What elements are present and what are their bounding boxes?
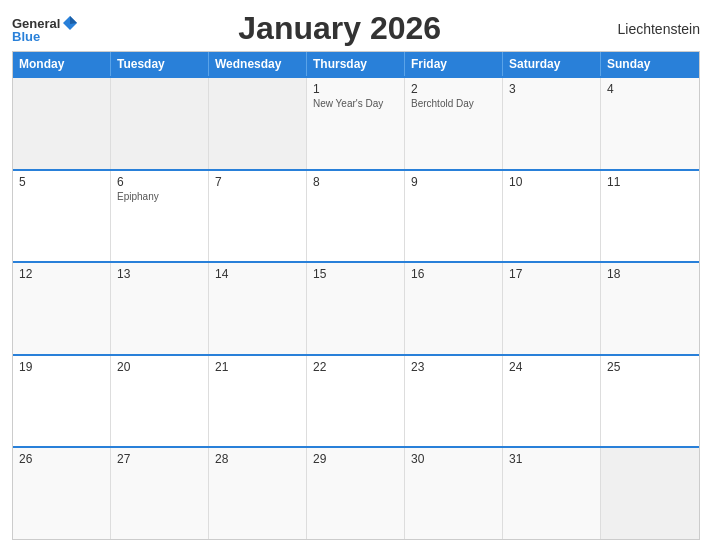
day-cell-2: 2Berchtold Day	[405, 78, 503, 169]
week-row-2: 56Epiphany7891011	[13, 169, 699, 262]
day-number: 3	[509, 82, 594, 96]
day-number: 2	[411, 82, 496, 96]
day-number: 25	[607, 360, 693, 374]
day-number: 8	[313, 175, 398, 189]
calendar-grid: MondayTuesdayWednesdayThursdayFridaySatu…	[12, 51, 700, 540]
day-number: 4	[607, 82, 693, 96]
day-cell-14: 14	[209, 263, 307, 354]
day-cell-10: 10	[503, 171, 601, 262]
day-number: 18	[607, 267, 693, 281]
day-number: 27	[117, 452, 202, 466]
day-number: 12	[19, 267, 104, 281]
day-cell-4: 4	[601, 78, 699, 169]
day-number: 6	[117, 175, 202, 189]
day-cell-11: 11	[601, 171, 699, 262]
day-number: 10	[509, 175, 594, 189]
week-row-1: 1New Year's Day2Berchtold Day34	[13, 76, 699, 169]
day-cell-20: 20	[111, 356, 209, 447]
day-number: 14	[215, 267, 300, 281]
day-cell-7: 7	[209, 171, 307, 262]
day-cell-3: 3	[503, 78, 601, 169]
day-cell-6: 6Epiphany	[111, 171, 209, 262]
week-row-5: 262728293031	[13, 446, 699, 539]
day-cell-27: 27	[111, 448, 209, 539]
holiday-label: Berchtold Day	[411, 98, 496, 109]
logo: General Blue	[12, 14, 79, 43]
day-cell-empty	[601, 448, 699, 539]
calendar-title: January 2026	[79, 10, 600, 47]
day-number: 31	[509, 452, 594, 466]
day-cell-empty	[13, 78, 111, 169]
header: General Blue January 2026 Liechtenstein	[12, 10, 700, 47]
day-number: 7	[215, 175, 300, 189]
holiday-label: Epiphany	[117, 191, 202, 202]
day-number: 9	[411, 175, 496, 189]
day-number: 30	[411, 452, 496, 466]
day-cell-29: 29	[307, 448, 405, 539]
day-cell-19: 19	[13, 356, 111, 447]
day-number: 19	[19, 360, 104, 374]
calendar-page: General Blue January 2026 Liechtenstein …	[0, 0, 712, 550]
day-header-saturday: Saturday	[503, 52, 601, 76]
day-cell-28: 28	[209, 448, 307, 539]
day-number: 5	[19, 175, 104, 189]
day-number: 15	[313, 267, 398, 281]
week-row-3: 12131415161718	[13, 261, 699, 354]
day-cell-5: 5	[13, 171, 111, 262]
day-cell-12: 12	[13, 263, 111, 354]
day-header-wednesday: Wednesday	[209, 52, 307, 76]
holiday-label: New Year's Day	[313, 98, 398, 109]
country-label: Liechtenstein	[600, 21, 700, 37]
day-cell-22: 22	[307, 356, 405, 447]
day-cell-16: 16	[405, 263, 503, 354]
day-header-tuesday: Tuesday	[111, 52, 209, 76]
day-cell-30: 30	[405, 448, 503, 539]
day-cell-18: 18	[601, 263, 699, 354]
day-number: 20	[117, 360, 202, 374]
day-cell-1: 1New Year's Day	[307, 78, 405, 169]
day-number: 24	[509, 360, 594, 374]
day-number: 22	[313, 360, 398, 374]
day-header-thursday: Thursday	[307, 52, 405, 76]
day-number: 26	[19, 452, 104, 466]
day-cell-26: 26	[13, 448, 111, 539]
day-number: 23	[411, 360, 496, 374]
weeks-container: 1New Year's Day2Berchtold Day3456Epiphan…	[13, 76, 699, 539]
logo-general: General	[12, 17, 60, 30]
day-cell-9: 9	[405, 171, 503, 262]
day-cell-8: 8	[307, 171, 405, 262]
day-cell-15: 15	[307, 263, 405, 354]
day-header-sunday: Sunday	[601, 52, 699, 76]
day-header-monday: Monday	[13, 52, 111, 76]
svg-marker-1	[70, 16, 77, 24]
day-cell-25: 25	[601, 356, 699, 447]
day-number: 17	[509, 267, 594, 281]
day-number: 29	[313, 452, 398, 466]
day-number: 13	[117, 267, 202, 281]
week-row-4: 19202122232425	[13, 354, 699, 447]
day-cell-13: 13	[111, 263, 209, 354]
day-number: 1	[313, 82, 398, 96]
day-number: 28	[215, 452, 300, 466]
day-cell-31: 31	[503, 448, 601, 539]
day-cell-24: 24	[503, 356, 601, 447]
day-number: 11	[607, 175, 693, 189]
day-cell-empty	[209, 78, 307, 169]
logo-icon	[61, 14, 79, 32]
day-cell-21: 21	[209, 356, 307, 447]
day-number: 16	[411, 267, 496, 281]
day-cell-23: 23	[405, 356, 503, 447]
day-header-friday: Friday	[405, 52, 503, 76]
day-headers-row: MondayTuesdayWednesdayThursdayFridaySatu…	[13, 52, 699, 76]
day-cell-17: 17	[503, 263, 601, 354]
day-number: 21	[215, 360, 300, 374]
day-cell-empty	[111, 78, 209, 169]
